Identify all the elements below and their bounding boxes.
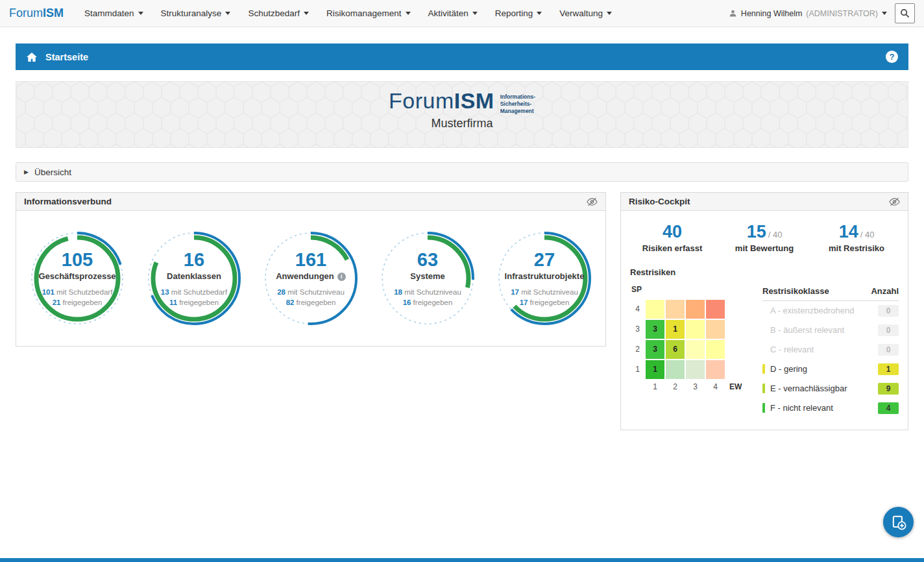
legend-row: E - vernachlässigbar9 [762,379,899,398]
nav-menu-label: Risikomanagement [326,8,402,18]
caret-down-icon [537,12,542,18]
gauge-value: 161 [262,250,359,269]
risk-stat: 40Risiken erfasst [626,223,718,253]
matrix-cell [686,300,705,319]
caret-down-icon [406,12,411,18]
info-icon[interactable]: i [337,273,346,281]
legend-row: D - gering1 [762,360,899,379]
gauge-stat: 11 freigegeben [145,299,243,306]
informationsverbund-title: Informationsverbund [24,197,112,206]
gauge-value: 16 [145,250,243,269]
hero-banner: ForumISM Informations- Sicherheits- Mana… [16,81,908,148]
matrix-grid: 433123611 [630,300,746,379]
gauge-content: 27Infrastrukturobjekte17 mit Schutznivea… [496,250,593,306]
matrix-y-tick: 4 [630,304,644,313]
matrix-x-tick: 2 [666,382,685,391]
legend-class-col: Restrisikoklasse [762,286,829,296]
gauge-stat: 17 freigegeben [496,299,593,306]
user-name: Henning Wilhelm [741,9,802,18]
risk-stat-number: 40 [663,222,682,241]
caret-down-icon [225,12,230,18]
gauge-content: 16Datenklassen13 mit Schutzbedarf11 frei… [145,250,243,306]
risiko-cockpit-panel: Risiko-Cockpit 40Risiken erfasst15/ 40mi… [620,192,908,430]
matrix-cell [686,320,705,339]
risk-stat-label: mit Bewertung [718,243,810,253]
risk-stat-suffix: / 40 [860,230,875,239]
legend-row: C - relevant0 [762,340,899,360]
search-icon [900,8,910,18]
nav-menu-label: Schutzbedarf [248,8,300,18]
legend-label: F - nicht relevant [770,403,878,413]
risiko-cockpit-header: Risiko-Cockpit [621,193,908,211]
nav-menu-aktivit-ten[interactable]: Aktivitäten [428,8,478,18]
nav-menu-stammdaten[interactable]: Stammdaten [84,8,143,18]
legend-color-chip [762,306,765,315]
informationsverbund-header: Informationsverbund [16,193,605,211]
hero-brand-part1: Forum [389,88,454,113]
gauge-stat: 17 mit Schutzniveau [496,288,593,296]
risk-stat-value: 15/ 40 [718,223,810,242]
page-titlebar: Startseite ? [16,43,908,70]
caret-down-icon [138,12,143,18]
gauge-stat: 21 freigegeben [29,299,126,306]
user-menu[interactable]: Henning Wilhelm (ADMINISTRATOR) [729,9,887,18]
hero-tagline-line1: Informations- [500,93,535,101]
help-button[interactable]: ? [886,51,898,63]
hide-informationsverbund-button[interactable] [587,197,598,206]
count-badge: 4 [878,402,899,414]
matrix-cell [666,300,685,319]
top-navbar: ForumISM StammdatenStrukturanalyseSchutz… [0,0,924,27]
gauge-label: Infrastrukturobjekte [496,271,593,281]
risk-stat-label: mit Restrisiko [810,243,903,253]
restrisiken-heading: Restrisiken [621,256,908,285]
home-icon[interactable] [26,52,38,62]
matrix-y-tick: 3 [630,324,644,334]
nav-menu-strukturanalyse[interactable]: Strukturanalyse [161,8,231,18]
nav-menu-schutzbedarf[interactable]: Schutzbedarf [248,8,309,18]
nav-menu-verwaltung[interactable]: Verwaltung [559,8,612,18]
gauge-stat: 18 mit Schutzniveau [379,288,476,296]
risk-stat-value: 40 [626,223,718,242]
main-content: Informationsverbund 105Geschäftsprozesse… [16,192,908,430]
gauge-stat: 82 freigegeben [262,299,359,306]
gauge-value: 105 [29,250,126,269]
matrix-cell: 1 [666,320,685,339]
caret-down-icon [304,12,309,18]
legend-row: F - nicht relevant4 [762,398,899,418]
risk-stat-suffix: / 40 [768,230,783,239]
risk-legend: RestrisikoklasseAnzahlA - existenzbedroh… [762,286,899,418]
hide-risiko-cockpit-button[interactable] [889,197,900,206]
search-button[interactable] [895,3,915,23]
nav-menu-risikomanagement[interactable]: Risikomanagement [326,8,411,18]
nav-menu-reporting[interactable]: Reporting [495,8,542,18]
eye-slash-icon [889,197,900,206]
gauge-label: Geschäftsprozesse [29,271,126,281]
matrix-cell [706,300,725,319]
matrix-x-tick: 3 [686,382,705,391]
app-logo-part2: ISM [43,6,64,19]
chevron-right-icon: ▶ [24,169,29,175]
hero-tagline: Informations- Sicherheits- Management [500,89,535,115]
app-logo-part1: Forum [9,6,43,19]
legend-color-chip [762,325,765,335]
overview-toggle[interactable]: ▶ Übersicht [16,162,908,182]
gauge-content: 105Geschäftsprozesse101 mit Schutzbedarf… [29,250,126,306]
legend-row: A - existenzbedrohend0 [762,301,899,321]
risk-stat-number: 15 [747,222,766,241]
matrix-cell: 3 [646,340,664,359]
count-badge: 1 [878,363,899,375]
nav-menu-label: Stammdaten [84,8,134,18]
matrix-x-axis-label: EW [726,382,746,391]
caret-down-icon [882,12,887,18]
app-logo[interactable]: ForumISM [9,6,64,20]
risk-stat-number: 14 [839,222,858,241]
hero-tagline-line3: Management [500,108,535,115]
risk-stat: 14/ 40mit Restrisiko [810,223,903,253]
legend-color-chip [762,403,765,413]
page-body: Startseite ? ForumISM Informations- Sich… [0,43,924,430]
matrix-cell: 3 [646,320,664,339]
gauge-row: 105Geschäftsprozesse101 mit Schutzbedarf… [16,211,605,346]
matrix-y-axis-label: SP [631,285,746,294]
matrix-cell [706,340,725,359]
gauge-value: 63 [379,250,476,269]
